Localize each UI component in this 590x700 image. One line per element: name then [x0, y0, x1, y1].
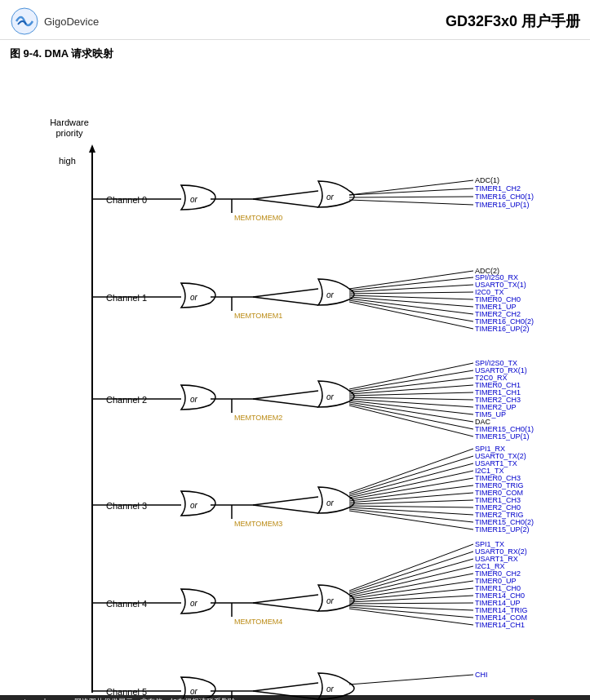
high-label: high — [59, 156, 76, 166]
channel3-label: Channel 3 — [106, 501, 147, 511]
memtomem2-label: MEMTOMEM2 — [234, 414, 282, 422]
doc-title: GD32F3x0 用户手册 — [446, 11, 580, 31]
svg-line-111 — [349, 559, 473, 594]
svg-line-81 — [349, 471, 473, 498]
memtomem3-label: MEMTOMEM3 — [234, 520, 282, 528]
svg-line-47 — [253, 399, 318, 407]
or-gate-ch1-left — [181, 283, 215, 308]
logo-icon — [10, 7, 39, 36]
diagram-svg: Hardware priority high Channel 0 or MEMT… — [0, 64, 590, 700]
svg-text:or: or — [190, 293, 198, 302]
svg-line-78 — [349, 449, 473, 493]
svg-text:or: or — [326, 684, 335, 693]
svg-line-110 — [349, 552, 473, 592]
svg-line-112 — [349, 566, 473, 596]
or-gate-ch3-left — [181, 491, 215, 516]
svg-text:TIMER16_UP(1): TIMER16_UP(1) — [475, 201, 530, 209]
or-gate-ch0-left — [181, 185, 215, 210]
svg-text:or: or — [326, 290, 335, 299]
svg-line-32 — [349, 302, 473, 329]
svg-line-120 — [349, 609, 473, 625]
svg-line-107 — [253, 603, 318, 611]
svg-line-117 — [349, 603, 473, 604]
svg-line-46 — [253, 391, 318, 399]
svg-line-119 — [349, 607, 473, 618]
svg-line-54 — [349, 397, 473, 400]
svg-text:or: or — [190, 195, 198, 204]
svg-line-118 — [349, 605, 473, 610]
watermark: www.toymoban.com 网络图片仅供展示，非存储，如有侵权请联系删除 … — [0, 695, 590, 700]
svg-line-140 — [349, 675, 473, 684]
diagram-title: 图 9-4. DMA 请求映射 — [0, 40, 590, 64]
svg-line-10 — [349, 188, 473, 195]
chi-signal: CHI — [475, 671, 488, 679]
or-gate-ch0-right — [318, 181, 354, 207]
svg-line-22 — [253, 297, 318, 305]
svg-line-83 — [349, 485, 473, 501]
memtomem1-label: MEMTOMEM1 — [234, 312, 282, 320]
svg-text:ADC(1): ADC(1) — [475, 176, 499, 184]
priority-arrow — [89, 144, 95, 153]
channel0-label: Channel 0 — [106, 195, 147, 205]
or-gate-ch1-right — [318, 279, 354, 305]
svg-text:or: or — [326, 193, 335, 202]
or-gate-ch3-right — [318, 487, 354, 513]
svg-text:or: or — [190, 501, 198, 510]
svg-text:TIMER16_CH0(1): TIMER16_CH0(1) — [475, 193, 534, 201]
svg-text:or: or — [190, 599, 198, 608]
svg-line-31 — [349, 300, 473, 321]
svg-text:TIMER14_CH1: TIMER14_CH1 — [475, 621, 525, 629]
svg-text:or: or — [326, 498, 335, 507]
svg-line-113 — [349, 574, 473, 597]
memtomem4-label: MEMTOMEM4 — [234, 618, 282, 626]
hw-priority-label: Hardware — [50, 117, 89, 127]
or-gate-ch2-right — [318, 381, 354, 407]
or-gate-ch4-left — [181, 589, 215, 614]
logo-area: GigoDevice — [10, 7, 99, 36]
svg-text:TIMER15_UP(2): TIMER15_UP(2) — [475, 525, 530, 534]
or-gate-ch2-left — [181, 385, 215, 410]
svg-line-80 — [349, 463, 473, 496]
svg-text:or: or — [326, 392, 335, 401]
memtomem0-label: MEMTOMEM0 — [234, 214, 282, 222]
diagram-area: Hardware priority high Channel 0 or MEMT… — [0, 64, 590, 700]
svg-line-30 — [349, 299, 473, 314]
svg-line-6 — [253, 191, 318, 199]
svg-text:or: or — [190, 395, 198, 404]
svg-line-7 — [253, 199, 318, 207]
channel2-label: Channel 2 — [106, 395, 147, 405]
svg-text:TIMER16_UP(2): TIMER16_UP(2) — [475, 325, 530, 333]
svg-line-137 — [253, 683, 318, 691]
svg-line-76 — [253, 505, 318, 513]
svg-text:TIMER15_UP(1): TIMER15_UP(1) — [475, 432, 530, 441]
svg-text:priority: priority — [55, 128, 83, 138]
svg-text:TIMER1_CH2: TIMER1_CH2 — [475, 184, 521, 193]
svg-text:or: or — [326, 596, 335, 605]
channel1-label: Channel 1 — [106, 293, 147, 303]
watermark-left: www.toymoban.com 网络图片仅供展示，非存储，如有侵权请联系删除 — [7, 697, 236, 700]
logo-text: GigoDevice — [44, 16, 99, 28]
or-gate-ch4-right — [318, 585, 354, 611]
svg-line-86 — [349, 506, 473, 507]
svg-line-21 — [253, 289, 318, 297]
svg-line-12 — [349, 200, 473, 205]
svg-line-106 — [253, 595, 318, 603]
channel4-label: Channel 4 — [106, 599, 147, 609]
svg-line-11 — [349, 197, 473, 197]
svg-line-9 — [349, 180, 473, 195]
svg-line-27 — [349, 292, 473, 294]
svg-line-75 — [253, 497, 318, 505]
svg-line-59 — [349, 405, 473, 436]
svg-line-50 — [349, 370, 473, 391]
header: GigoDevice GD32F3x0 用户手册 — [0, 0, 590, 40]
